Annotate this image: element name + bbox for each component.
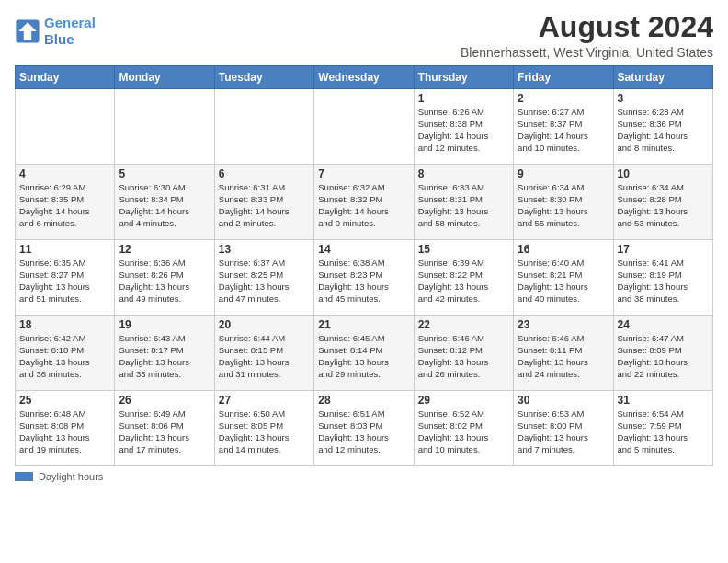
day-info: Sunrise: 6:39 AM Sunset: 8:22 PM Dayligh…	[418, 258, 509, 304]
calendar-cell: 15Sunrise: 6:39 AM Sunset: 8:22 PM Dayli…	[414, 240, 513, 316]
calendar-cell: 14Sunrise: 6:38 AM Sunset: 8:23 PM Dayli…	[314, 240, 414, 316]
day-number: 24	[618, 318, 709, 331]
calendar-cell: 11Sunrise: 6:35 AM Sunset: 8:27 PM Dayli…	[16, 240, 115, 316]
day-number: 9	[518, 167, 609, 180]
title-block: August 2024 Blennerhassett, West Virgini…	[461, 11, 713, 60]
calendar-cell: 30Sunrise: 6:53 AM Sunset: 8:00 PM Dayli…	[514, 391, 613, 466]
day-info: Sunrise: 6:52 AM Sunset: 8:02 PM Dayligh…	[418, 408, 509, 455]
calendar-cell	[16, 89, 115, 165]
weekday-header-thursday: Thursday	[414, 66, 513, 89]
main-container: General Blue August 2024 Blennerhassett,…	[0, 0, 728, 489]
calendar-cell	[314, 89, 414, 165]
day-number: 22	[418, 318, 509, 331]
day-info: Sunrise: 6:46 AM Sunset: 8:12 PM Dayligh…	[418, 333, 509, 380]
calendar-cell	[115, 89, 214, 165]
day-info: Sunrise: 6:45 AM Sunset: 8:14 PM Dayligh…	[318, 333, 409, 380]
calendar-cell: 9Sunrise: 6:34 AM Sunset: 8:30 PM Daylig…	[514, 165, 613, 240]
day-info: Sunrise: 6:38 AM Sunset: 8:23 PM Dayligh…	[318, 258, 409, 304]
day-number: 28	[318, 394, 409, 407]
calendar-cell: 3Sunrise: 6:28 AM Sunset: 8:36 PM Daylig…	[613, 89, 712, 165]
calendar: SundayMondayTuesdayWednesdayThursdayFrid…	[15, 65, 713, 466]
day-number: 5	[119, 167, 210, 180]
calendar-cell: 19Sunrise: 6:43 AM Sunset: 8:17 PM Dayli…	[115, 316, 214, 391]
day-number: 15	[418, 243, 509, 256]
day-info: Sunrise: 6:49 AM Sunset: 8:06 PM Dayligh…	[119, 408, 210, 455]
legend-box	[15, 472, 33, 481]
calendar-cell: 8Sunrise: 6:33 AM Sunset: 8:31 PM Daylig…	[414, 165, 513, 240]
day-number: 16	[518, 243, 609, 256]
weekday-header-wednesday: Wednesday	[314, 66, 414, 89]
day-info: Sunrise: 6:36 AM Sunset: 8:26 PM Dayligh…	[119, 258, 210, 304]
day-info: Sunrise: 6:42 AM Sunset: 8:18 PM Dayligh…	[19, 333, 110, 380]
day-number: 31	[618, 394, 709, 407]
day-info: Sunrise: 6:27 AM Sunset: 8:37 PM Dayligh…	[518, 107, 609, 154]
calendar-week-3: 18Sunrise: 6:42 AM Sunset: 8:18 PM Dayli…	[16, 316, 713, 391]
day-number: 11	[19, 243, 110, 256]
logo-icon	[15, 18, 40, 44]
calendar-cell: 17Sunrise: 6:41 AM Sunset: 8:19 PM Dayli…	[613, 240, 712, 316]
day-info: Sunrise: 6:32 AM Sunset: 8:32 PM Dayligh…	[318, 182, 409, 229]
day-info: Sunrise: 6:34 AM Sunset: 8:30 PM Dayligh…	[518, 182, 609, 229]
day-info: Sunrise: 6:53 AM Sunset: 8:00 PM Dayligh…	[518, 408, 609, 455]
header: General Blue August 2024 Blennerhassett,…	[15, 11, 713, 60]
day-number: 7	[318, 167, 409, 180]
calendar-cell: 29Sunrise: 6:52 AM Sunset: 8:02 PM Dayli…	[414, 391, 513, 466]
calendar-cell: 7Sunrise: 6:32 AM Sunset: 8:32 PM Daylig…	[314, 165, 414, 240]
calendar-cell: 16Sunrise: 6:40 AM Sunset: 8:21 PM Dayli…	[514, 240, 613, 316]
day-number: 19	[119, 318, 210, 331]
day-info: Sunrise: 6:51 AM Sunset: 8:03 PM Dayligh…	[318, 408, 409, 455]
day-number: 23	[518, 318, 609, 331]
day-info: Sunrise: 6:50 AM Sunset: 8:05 PM Dayligh…	[219, 408, 310, 455]
day-number: 21	[318, 318, 409, 331]
calendar-cell: 25Sunrise: 6:48 AM Sunset: 8:08 PM Dayli…	[16, 391, 115, 466]
day-number: 27	[219, 394, 310, 407]
day-info: Sunrise: 6:28 AM Sunset: 8:36 PM Dayligh…	[618, 107, 709, 154]
day-info: Sunrise: 6:26 AM Sunset: 8:38 PM Dayligh…	[418, 107, 509, 154]
day-info: Sunrise: 6:44 AM Sunset: 8:15 PM Dayligh…	[219, 333, 310, 380]
calendar-cell: 21Sunrise: 6:45 AM Sunset: 8:14 PM Dayli…	[314, 316, 414, 391]
weekday-row: SundayMondayTuesdayWednesdayThursdayFrid…	[16, 66, 713, 89]
day-info: Sunrise: 6:43 AM Sunset: 8:17 PM Dayligh…	[119, 333, 210, 380]
day-info: Sunrise: 6:41 AM Sunset: 8:19 PM Dayligh…	[618, 258, 709, 304]
day-number: 4	[19, 167, 110, 180]
calendar-cell: 20Sunrise: 6:44 AM Sunset: 8:15 PM Dayli…	[214, 316, 313, 391]
weekday-header-sunday: Sunday	[16, 66, 115, 89]
day-number: 1	[418, 92, 509, 105]
calendar-cell: 27Sunrise: 6:50 AM Sunset: 8:05 PM Dayli…	[214, 391, 313, 466]
calendar-cell: 1Sunrise: 6:26 AM Sunset: 8:38 PM Daylig…	[414, 89, 513, 165]
day-info: Sunrise: 6:40 AM Sunset: 8:21 PM Dayligh…	[518, 258, 609, 304]
calendar-cell: 31Sunrise: 6:54 AM Sunset: 7:59 PM Dayli…	[613, 391, 712, 466]
calendar-week-4: 25Sunrise: 6:48 AM Sunset: 8:08 PM Dayli…	[16, 391, 713, 466]
subtitle: Blennerhassett, West Virginia, United St…	[461, 45, 713, 60]
legend-label: Daylight hours	[39, 471, 103, 482]
day-info: Sunrise: 6:29 AM Sunset: 8:35 PM Dayligh…	[19, 182, 110, 229]
calendar-cell: 5Sunrise: 6:30 AM Sunset: 8:34 PM Daylig…	[115, 165, 214, 240]
weekday-header-friday: Friday	[514, 66, 613, 89]
day-info: Sunrise: 6:33 AM Sunset: 8:31 PM Dayligh…	[418, 182, 509, 229]
day-number: 8	[418, 167, 509, 180]
calendar-cell: 13Sunrise: 6:37 AM Sunset: 8:25 PM Dayli…	[214, 240, 313, 316]
day-info: Sunrise: 6:35 AM Sunset: 8:27 PM Dayligh…	[19, 258, 110, 304]
day-number: 20	[219, 318, 310, 331]
day-info: Sunrise: 6:37 AM Sunset: 8:25 PM Dayligh…	[219, 258, 310, 304]
weekday-header-tuesday: Tuesday	[214, 66, 313, 89]
calendar-header: SundayMondayTuesdayWednesdayThursdayFrid…	[16, 66, 713, 89]
weekday-header-monday: Monday	[115, 66, 214, 89]
main-title: August 2024	[461, 11, 713, 43]
logo-line1: General	[44, 15, 96, 30]
day-number: 26	[119, 394, 210, 407]
day-number: 29	[418, 394, 509, 407]
weekday-header-saturday: Saturday	[613, 66, 712, 89]
day-info: Sunrise: 6:46 AM Sunset: 8:11 PM Dayligh…	[518, 333, 609, 380]
day-number: 30	[518, 394, 609, 407]
day-info: Sunrise: 6:54 AM Sunset: 7:59 PM Dayligh…	[618, 408, 709, 455]
logo: General Blue	[15, 15, 96, 48]
calendar-cell: 26Sunrise: 6:49 AM Sunset: 8:06 PM Dayli…	[115, 391, 214, 466]
calendar-cell: 4Sunrise: 6:29 AM Sunset: 8:35 PM Daylig…	[16, 165, 115, 240]
day-number: 3	[618, 92, 709, 105]
calendar-cell: 12Sunrise: 6:36 AM Sunset: 8:26 PM Dayli…	[115, 240, 214, 316]
calendar-cell: 24Sunrise: 6:47 AM Sunset: 8:09 PM Dayli…	[613, 316, 712, 391]
calendar-cell: 10Sunrise: 6:34 AM Sunset: 8:28 PM Dayli…	[613, 165, 712, 240]
day-number: 18	[19, 318, 110, 331]
calendar-week-2: 11Sunrise: 6:35 AM Sunset: 8:27 PM Dayli…	[16, 240, 713, 316]
